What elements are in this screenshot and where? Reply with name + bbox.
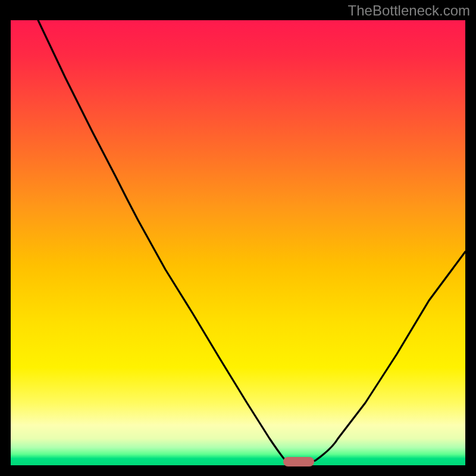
bottleneck-curve [11,20,465,465]
watermark-text: TheBottleneck.com [348,2,470,19]
minimum-marker [283,457,314,466]
curve-path [38,20,465,464]
plot-area [11,20,465,465]
